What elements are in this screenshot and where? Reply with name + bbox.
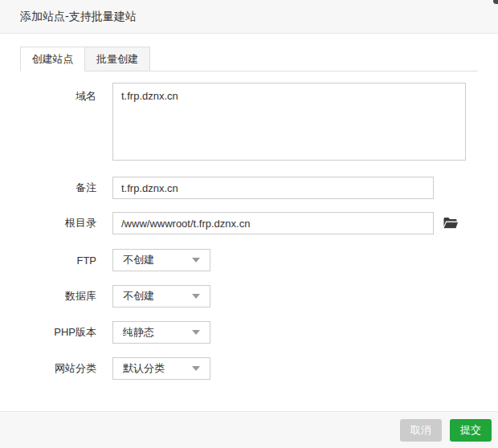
form-row-php-version: PHP版本 纯静态 <box>20 321 478 344</box>
chevron-down-icon <box>192 330 200 335</box>
chevron-down-icon <box>192 366 200 371</box>
site-category-select-value: 默认分类 <box>123 361 165 376</box>
dialog-header: 添加站点-支持批量建站 <box>0 0 498 34</box>
form-row-note: 备注 <box>20 177 478 199</box>
chevron-down-icon <box>192 294 200 299</box>
tab-batch-create[interactable]: 批量创建 <box>85 47 150 71</box>
ftp-select[interactable]: 不创建 <box>112 249 210 271</box>
note-input[interactable] <box>112 177 434 199</box>
domain-textarea[interactable]: t.frp.dznx.cn <box>112 83 466 161</box>
dialog-footer: 取消 提交 <box>0 411 498 448</box>
dialog-body: 创建站点 批量创建 域名 t.frp.dznx.cn 备注 根目录 <box>0 34 498 411</box>
database-label: 数据库 <box>20 289 96 303</box>
root-dir-input[interactable] <box>112 212 434 234</box>
cancel-button[interactable]: 取消 <box>400 419 442 442</box>
php-version-label: PHP版本 <box>20 325 96 340</box>
form-row-ftp: FTP 不创建 <box>20 249 478 271</box>
form-row-domain: 域名 t.frp.dznx.cn <box>20 83 478 161</box>
add-site-dialog: 添加站点-支持批量建站 创建站点 批量创建 域名 t.frp.dznx.cn 备… <box>0 0 498 448</box>
folder-open-icon <box>443 217 459 230</box>
ftp-select-value: 不创建 <box>123 253 154 267</box>
database-select-value: 不创建 <box>123 289 154 303</box>
form-row-database: 数据库 不创建 <box>20 285 478 307</box>
domain-label: 域名 <box>20 83 96 104</box>
tab-create-site[interactable]: 创建站点 <box>20 47 85 71</box>
chevron-down-icon <box>192 258 200 263</box>
php-version-select[interactable]: 纯静态 <box>112 321 210 344</box>
submit-button[interactable]: 提交 <box>450 419 492 442</box>
form-row-root-dir: 根目录 <box>20 212 478 234</box>
browse-directory-button[interactable] <box>443 216 459 230</box>
php-version-select-value: 纯静态 <box>123 325 154 340</box>
dialog-title: 添加站点-支持批量建站 <box>20 10 137 24</box>
root-dir-label: 根目录 <box>20 216 96 230</box>
form-row-site-category: 网站分类 默认分类 <box>20 357 478 380</box>
note-label: 备注 <box>20 181 96 195</box>
site-category-select[interactable]: 默认分类 <box>112 357 210 380</box>
site-category-label: 网站分类 <box>20 361 96 376</box>
database-select[interactable]: 不创建 <box>112 285 210 307</box>
tab-bar: 创建站点 批量创建 <box>20 47 478 71</box>
close-icon[interactable] <box>493 0 498 4</box>
ftp-label: FTP <box>20 255 96 267</box>
